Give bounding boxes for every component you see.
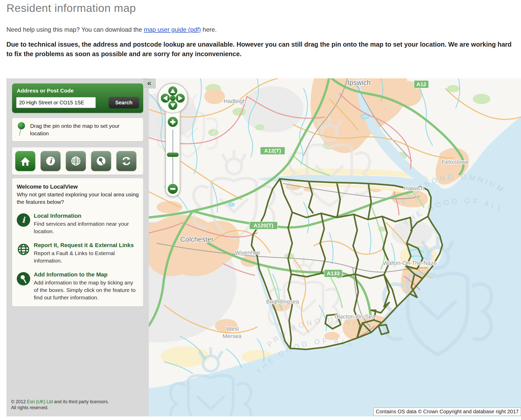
map-place-label: Mersea [223, 333, 242, 339]
pin-icon [95, 155, 107, 167]
feature-add-information[interactable]: Add Information to the Map Add informati… [16, 271, 139, 301]
toolbar-external-links-button[interactable] [66, 151, 86, 171]
feature-title[interactable]: Add Information to the Map [34, 271, 139, 278]
feature-report-it[interactable]: Report It, Request it & External Links R… [16, 242, 139, 264]
map-pin-icon [16, 122, 27, 138]
page-title: Resident information map [6, 2, 521, 14]
toolbar-add-information-button[interactable] [91, 151, 111, 171]
information-icon: i [17, 213, 30, 227]
globe-icon [17, 243, 30, 256]
sidebar-collapse-button[interactable]: « [143, 79, 156, 88]
pan-down-button[interactable] [168, 101, 177, 110]
svg-text:A12(T): A12(T) [264, 148, 281, 154]
copyright-suffix: and its third party licensors. [53, 399, 109, 404]
feature-desc: Add information to the map by ticking an… [34, 279, 139, 301]
map-place-label: Wivenhoe [235, 249, 260, 256]
map-pan-zoom-control [157, 83, 188, 199]
map-place-label: Clacton-On-Sea [335, 313, 376, 320]
search-button[interactable]: Search [109, 97, 139, 108]
resident-information-map-page: Resident information map Need help using… [0, 0, 521, 420]
road-number-badge: A133 [324, 270, 342, 277]
toolbar-information-button[interactable]: i [40, 151, 61, 171]
copyright-line2: All rights reserved. [11, 405, 109, 411]
map-place-label: Felixstowe [442, 159, 469, 165]
map-place-label: Brightlingsea [266, 298, 299, 305]
drag-pin-hint-text: Drag the pin onto the map to set your lo… [30, 122, 139, 137]
collapse-chevrons-icon: « [147, 79, 151, 87]
information-icon: i [44, 155, 57, 167]
road-number-badge: A120(T) [249, 222, 278, 229]
toolbar-home-button[interactable] [15, 151, 35, 171]
basemap: PRO BONO OMNIUM THE GOOD OF ALL PRO BONO… [149, 78, 521, 416]
help-text: Need help using this map? You can downlo… [6, 26, 521, 33]
svg-text:A120(T): A120(T) [254, 222, 273, 228]
map-place-label: Colchester [180, 236, 214, 243]
map-widget: Address or Post Code Search Drag th [6, 78, 521, 416]
map-user-guide-link[interactable]: map user guide (pdf) [144, 26, 201, 33]
esri-copyright: © 2012 Esri (UK) Ltd and its third party… [11, 399, 109, 411]
svg-text:A133: A133 [327, 270, 340, 276]
zoom-out-button[interactable] [168, 184, 178, 194]
zoom-in-button[interactable] [168, 117, 178, 127]
road-number-badge: A12 [414, 80, 429, 88]
map-sidebar: Address or Post Code Search Drag th [6, 78, 149, 416]
feature-title[interactable]: Local Information [34, 212, 139, 220]
map-attribution: Contains OS data © Crown Copyright and d… [373, 408, 521, 416]
feature-desc: Report a Fault & Links to External infor… [34, 249, 139, 264]
welcome-panel: Welcome to LocalView Why not get started… [12, 178, 143, 306]
address-panel-label: Address or Post Code [17, 88, 139, 94]
refresh-icon [120, 155, 133, 167]
help-suffix: here. [201, 26, 217, 33]
road-number-badge: A12(T) [260, 147, 285, 155]
welcome-heading: Welcome to LocalView [17, 183, 139, 190]
pan-up-button[interactable] [168, 87, 177, 95]
svg-text:A12: A12 [416, 81, 426, 87]
map-place-label: Harwich [404, 185, 424, 191]
esri-link[interactable]: Esri (UK) Ltd [27, 399, 53, 404]
pan-center-dot [170, 95, 176, 101]
map-toolbar: i [12, 147, 143, 175]
feature-local-information[interactable]: i Local Information Find services and in… [16, 212, 139, 235]
globe-icon [70, 155, 82, 167]
pan-left-button[interactable] [161, 94, 170, 103]
drag-pin-hint-panel: Drag the pin onto the map to set your lo… [12, 118, 143, 141]
map-canvas[interactable]: PRO BONO OMNIUM THE GOOD OF ALL PRO BONO… [149, 78, 521, 416]
map-place-label: West [226, 326, 239, 332]
technical-notice: Due to technical issues, the address and… [6, 40, 513, 59]
pan-right-button[interactable] [176, 94, 185, 103]
welcome-intro: Why not get started exploring your local… [17, 191, 139, 206]
home-icon [19, 155, 31, 167]
map-place-label: Hadleigh [224, 98, 246, 104]
map-place-label: Ipswich [347, 79, 371, 87]
copyright-prefix: © 2012 [11, 399, 27, 404]
help-prefix: Need help using this map? You can downlo… [6, 26, 144, 33]
pin-icon [17, 272, 30, 285]
zoom-slider-handle[interactable] [167, 153, 178, 157]
address-input[interactable] [16, 97, 96, 108]
address-search-panel: Address or Post Code Search [12, 83, 143, 113]
toolbar-refresh-button[interactable] [116, 151, 136, 171]
map-place-label: Walton-On-The-Naze [383, 260, 437, 266]
feature-desc: Find services and information near your … [34, 220, 139, 235]
feature-title[interactable]: Report It, Request it & External Links [34, 242, 139, 249]
